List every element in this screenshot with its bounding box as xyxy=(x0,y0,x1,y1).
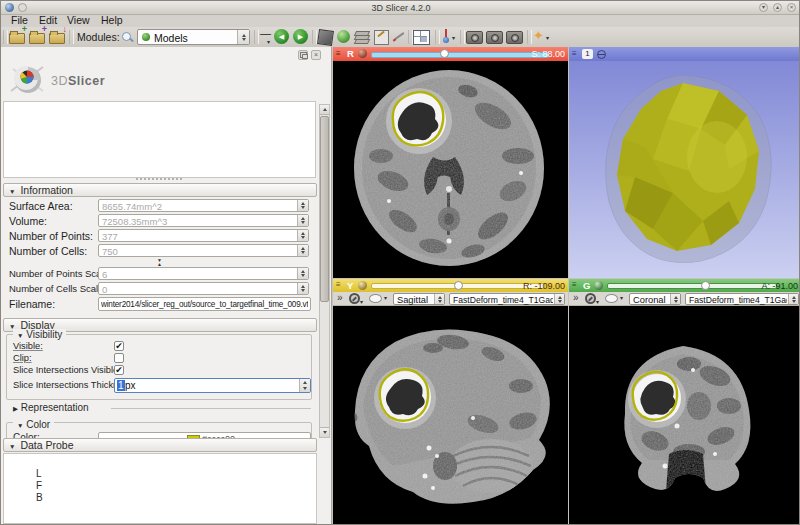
module-search-icon[interactable] xyxy=(121,31,133,43)
dropdown-icon[interactable]: ▾ xyxy=(452,35,455,41)
menu-edit[interactable]: Edit xyxy=(35,14,61,26)
logo-text: 3DSlicer xyxy=(51,74,105,88)
yellow-slice-slider-handle[interactable] xyxy=(454,281,463,290)
sagittal-slice-view[interactable] xyxy=(333,306,568,525)
spinner[interactable] xyxy=(297,215,308,226)
spinner[interactable] xyxy=(297,200,308,211)
splitter-handle[interactable] xyxy=(136,178,182,182)
color-group-title[interactable]: ▼ Color xyxy=(13,419,54,430)
dock-float-button[interactable] xyxy=(298,50,308,60)
screenshot-button[interactable] xyxy=(466,31,483,44)
layout-selector-button[interactable] xyxy=(413,30,430,45)
information-section-header[interactable]: ▼Information xyxy=(3,183,317,197)
dropdown-icon[interactable]: ▾ xyxy=(620,295,623,301)
menu-file[interactable]: File xyxy=(7,14,32,26)
panel-scrollbar[interactable] xyxy=(319,104,330,438)
volumes-button[interactable] xyxy=(355,31,369,43)
link-views-button[interactable] xyxy=(349,293,360,304)
save-button[interactable]: ↓ xyxy=(48,29,65,45)
representation-title-text: Representation xyxy=(21,402,89,413)
crosshair-button[interactable] xyxy=(441,29,450,43)
slice-visibility-eye-icon[interactable] xyxy=(594,281,603,290)
num-points-scalars-field[interactable]: 6 xyxy=(98,267,309,280)
yellow-slice-offset: R: -109.00 xyxy=(523,280,565,292)
num-cells-scalars-field[interactable]: 0 xyxy=(98,282,309,295)
module-history-button[interactable]: — ▾ xyxy=(259,29,273,45)
red-slice-slider-track[interactable] xyxy=(371,52,549,58)
combo-arrows xyxy=(670,294,680,304)
volume-selector[interactable]: FastDeform_time4_T1Gad xyxy=(449,293,565,305)
slice-pin-button[interactable]: ≡ xyxy=(336,279,341,291)
volume-field[interactable]: 72508.35mm^3 xyxy=(98,214,309,227)
extensions-button[interactable]: ✦ xyxy=(533,29,544,43)
slice-visibility-toggle[interactable] xyxy=(605,294,618,303)
load-dicom-button[interactable]: + xyxy=(28,29,45,45)
view-pin-button[interactable]: ≡ xyxy=(572,47,577,60)
slice-intersections-visible-checkbox[interactable]: ✔ xyxy=(114,365,124,375)
collapse-closed-icon: ▶ xyxy=(13,405,18,412)
spin-view-icon[interactable] xyxy=(597,50,606,59)
section-splitter-handle[interactable]: ▼ ▲ xyxy=(157,258,162,266)
slice-visibility-eye-icon[interactable] xyxy=(358,281,367,290)
green-slice-slider-track[interactable] xyxy=(607,283,777,289)
num-points-field[interactable]: 377 xyxy=(98,229,309,242)
toolbar-grip[interactable] xyxy=(69,30,74,44)
orientation-selector[interactable]: Sagittal xyxy=(393,293,445,305)
scrollbar-thumb[interactable] xyxy=(320,116,329,302)
scroll-down-button[interactable] xyxy=(320,427,329,437)
module-selector[interactable]: Models xyxy=(137,29,250,45)
slice-visibility-toggle[interactable] xyxy=(369,294,382,303)
collapse-open-icon: ▼ xyxy=(9,188,15,195)
show-3d-cube-button[interactable] xyxy=(317,29,334,45)
scene-view-restore-button[interactable] xyxy=(506,31,523,44)
orientation-selector[interactable]: Coronal xyxy=(629,293,681,305)
scroll-up-button[interactable] xyxy=(320,105,329,115)
coronal-slice-view[interactable] xyxy=(569,306,800,525)
minimize-button[interactable]: ▾ xyxy=(759,3,768,12)
editor-button[interactable] xyxy=(373,29,390,45)
maximize-button[interactable]: ▴ xyxy=(773,3,782,12)
dropdown-icon[interactable]: ▾ xyxy=(546,35,549,41)
scene-view-capture-button[interactable] xyxy=(486,31,503,44)
menu-view[interactable]: View xyxy=(63,14,94,26)
models-button[interactable] xyxy=(336,29,353,45)
menu-help[interactable]: Help xyxy=(97,14,127,26)
close-button[interactable]: × xyxy=(787,3,796,12)
spinner[interactable] xyxy=(299,379,310,392)
link-views-button[interactable] xyxy=(585,293,596,304)
filename-field[interactable]: winter2014/slicer_reg_out/source_to_targ… xyxy=(98,297,311,311)
toolbar-grip[interactable] xyxy=(460,30,465,44)
spinner[interactable] xyxy=(297,245,308,256)
visible-checkbox[interactable]: ✔ xyxy=(114,341,124,351)
data-probe-section-header[interactable]: ▼Data Probe xyxy=(3,438,317,452)
slice-pin-button[interactable]: ≡ xyxy=(572,279,577,291)
slice-visibility-eye-icon[interactable] xyxy=(358,49,367,58)
annotations-button[interactable] xyxy=(392,30,405,43)
back-button[interactable]: ◀ xyxy=(274,29,289,44)
spinner[interactable] xyxy=(297,230,308,241)
volume-selector[interactable]: FastDeform_time4_T1Gad xyxy=(685,293,799,305)
surface-area-field[interactable]: 8655.74mm^2 xyxy=(98,199,309,212)
axial-slice-view[interactable] xyxy=(333,61,568,278)
spinner[interactable] xyxy=(297,268,308,279)
visibility-group-title[interactable]: ▼ Visibility xyxy=(13,329,66,340)
threed-view-controller-bar: ≡ 1 xyxy=(569,47,800,61)
dropdown-icon[interactable]: ▾ xyxy=(384,295,387,301)
expand-controller-button[interactable]: » xyxy=(573,292,579,303)
toolbar-grip[interactable] xyxy=(435,30,440,44)
expand-controller-button[interactable]: » xyxy=(337,292,343,303)
red-slice-slider-handle[interactable] xyxy=(440,49,449,58)
clip-checkbox[interactable] xyxy=(114,353,124,363)
slice-intersections-thickness-spinbox[interactable]: 1 px xyxy=(114,378,311,393)
dock-close-button[interactable]: × xyxy=(311,50,321,60)
green-slice-letter: G xyxy=(583,279,590,292)
representation-group-title[interactable]: ▶ Representation xyxy=(13,402,89,413)
green-slice-slider-handle[interactable] xyxy=(701,281,710,290)
num-cells-field[interactable]: 750 xyxy=(98,244,309,257)
load-data-button[interactable]: + xyxy=(8,29,25,45)
slice-pin-button[interactable]: ≡ xyxy=(336,47,341,60)
spinner[interactable] xyxy=(297,283,308,294)
forward-button[interactable]: ▶ xyxy=(293,29,308,44)
toolbar-grip[interactable] xyxy=(527,30,532,44)
threed-view[interactable] xyxy=(569,61,800,278)
